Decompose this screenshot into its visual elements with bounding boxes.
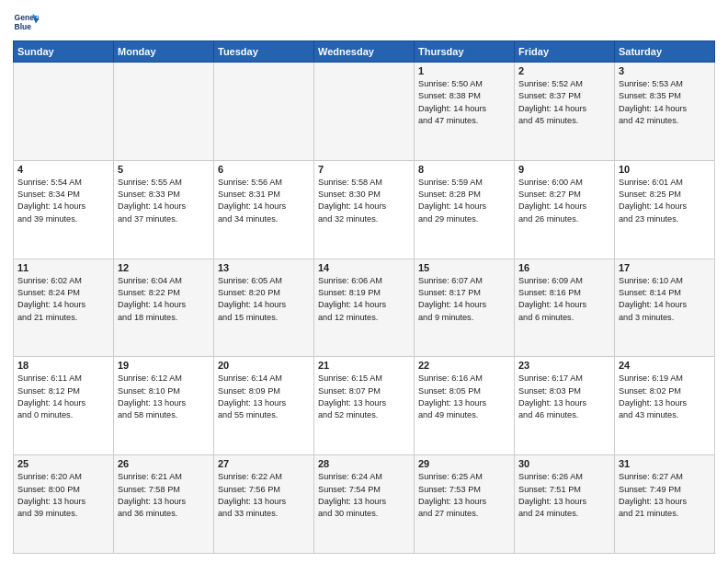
svg-text:Blue: Blue [15, 22, 32, 31]
day-number: 18 [17, 360, 109, 371]
day-number: 7 [318, 164, 410, 175]
day-info: Sunrise: 5:52 AM Sunset: 8:37 PM Dayligh… [518, 78, 610, 127]
day-number: 1 [418, 65, 510, 76]
day-info: Sunrise: 5:54 AM Sunset: 8:34 PM Dayligh… [17, 177, 109, 225]
calendar-cell [314, 63, 415, 161]
header: General Blue [13, 9, 715, 35]
day-number: 13 [218, 262, 310, 273]
day-info: Sunrise: 6:14 AM Sunset: 8:09 PM Dayligh… [218, 373, 310, 421]
day-number: 29 [418, 458, 510, 469]
calendar-cell: 9Sunrise: 6:00 AM Sunset: 8:27 PM Daylig… [515, 160, 615, 259]
day-info: Sunrise: 6:22 AM Sunset: 7:56 PM Dayligh… [218, 471, 310, 520]
day-info: Sunrise: 6:17 AM Sunset: 8:03 PM Dayligh… [518, 373, 610, 421]
day-info: Sunrise: 6:07 AM Sunset: 8:17 PM Dayligh… [418, 275, 510, 324]
day-info: Sunrise: 6:06 AM Sunset: 8:19 PM Dayligh… [318, 275, 410, 324]
day-of-week-tuesday: Tuesday [214, 41, 314, 63]
calendar-cell: 29Sunrise: 6:25 AM Sunset: 7:53 PM Dayli… [415, 455, 515, 554]
day-info: Sunrise: 6:21 AM Sunset: 7:58 PM Dayligh… [118, 471, 210, 520]
day-number: 30 [518, 458, 610, 469]
day-info: Sunrise: 6:25 AM Sunset: 7:53 PM Dayligh… [418, 471, 510, 520]
day-number: 19 [118, 360, 210, 371]
day-info: Sunrise: 5:58 AM Sunset: 8:30 PM Dayligh… [318, 177, 410, 225]
calendar-cell: 20Sunrise: 6:14 AM Sunset: 8:09 PM Dayli… [214, 357, 314, 455]
day-number: 17 [619, 262, 711, 273]
day-of-week-wednesday: Wednesday [314, 41, 415, 63]
calendar-cell: 25Sunrise: 6:20 AM Sunset: 8:00 PM Dayli… [14, 455, 114, 554]
day-info: Sunrise: 6:11 AM Sunset: 8:12 PM Dayligh… [17, 373, 109, 421]
calendar-cell: 3Sunrise: 5:53 AM Sunset: 8:35 PM Daylig… [615, 63, 715, 161]
header-row: SundayMondayTuesdayWednesdayThursdayFrid… [14, 41, 715, 63]
calendar-cell: 13Sunrise: 6:05 AM Sunset: 8:20 PM Dayli… [214, 259, 314, 357]
calendar-cell: 7Sunrise: 5:58 AM Sunset: 8:30 PM Daylig… [314, 160, 415, 259]
calendar-cell: 24Sunrise: 6:19 AM Sunset: 8:02 PM Dayli… [615, 357, 715, 455]
calendar-cell: 27Sunrise: 6:22 AM Sunset: 7:56 PM Dayli… [214, 455, 314, 554]
day-of-week-friday: Friday [515, 41, 615, 63]
calendar-body: 1Sunrise: 5:50 AM Sunset: 8:38 PM Daylig… [14, 63, 715, 554]
calendar-cell: 2Sunrise: 5:52 AM Sunset: 8:37 PM Daylig… [515, 63, 615, 161]
day-info: Sunrise: 5:53 AM Sunset: 8:35 PM Dayligh… [619, 78, 711, 127]
day-info: Sunrise: 6:00 AM Sunset: 8:27 PM Dayligh… [518, 177, 610, 225]
calendar-cell: 28Sunrise: 6:24 AM Sunset: 7:54 PM Dayli… [314, 455, 415, 554]
calendar-cell: 1Sunrise: 5:50 AM Sunset: 8:38 PM Daylig… [415, 63, 515, 161]
calendar-cell: 5Sunrise: 5:55 AM Sunset: 8:33 PM Daylig… [114, 160, 214, 259]
day-number: 26 [118, 458, 210, 469]
day-number: 25 [17, 458, 109, 469]
calendar-cell: 17Sunrise: 6:10 AM Sunset: 8:14 PM Dayli… [615, 259, 715, 357]
day-info: Sunrise: 6:19 AM Sunset: 8:02 PM Dayligh… [619, 373, 711, 421]
day-number: 10 [619, 164, 711, 175]
calendar-cell: 21Sunrise: 6:15 AM Sunset: 8:07 PM Dayli… [314, 357, 415, 455]
day-info: Sunrise: 6:15 AM Sunset: 8:07 PM Dayligh… [318, 373, 410, 421]
calendar-cell: 18Sunrise: 6:11 AM Sunset: 8:12 PM Dayli… [14, 357, 114, 455]
logo: General Blue [13, 9, 42, 35]
calendar-cell: 30Sunrise: 6:26 AM Sunset: 7:51 PM Dayli… [515, 455, 615, 554]
day-number: 4 [17, 164, 109, 175]
day-number: 22 [418, 360, 510, 371]
calendar-week-5: 25Sunrise: 6:20 AM Sunset: 8:00 PM Dayli… [14, 455, 715, 554]
day-of-week-sunday: Sunday [14, 41, 114, 63]
calendar-week-3: 11Sunrise: 6:02 AM Sunset: 8:24 PM Dayli… [14, 259, 715, 357]
day-info: Sunrise: 6:10 AM Sunset: 8:14 PM Dayligh… [619, 275, 711, 324]
day-info: Sunrise: 6:12 AM Sunset: 8:10 PM Dayligh… [118, 373, 210, 421]
day-number: 23 [518, 360, 610, 371]
calendar-cell: 15Sunrise: 6:07 AM Sunset: 8:17 PM Dayli… [415, 259, 515, 357]
day-number: 31 [619, 458, 711, 469]
calendar-cell: 19Sunrise: 6:12 AM Sunset: 8:10 PM Dayli… [114, 357, 214, 455]
day-info: Sunrise: 6:16 AM Sunset: 8:05 PM Dayligh… [418, 373, 510, 421]
day-number: 15 [418, 262, 510, 273]
day-info: Sunrise: 6:02 AM Sunset: 8:24 PM Dayligh… [17, 275, 109, 324]
day-number: 16 [518, 262, 610, 273]
day-number: 27 [218, 458, 310, 469]
day-number: 8 [418, 164, 510, 175]
calendar-week-2: 4Sunrise: 5:54 AM Sunset: 8:34 PM Daylig… [14, 160, 715, 259]
calendar-header: SundayMondayTuesdayWednesdayThursdayFrid… [14, 41, 715, 63]
day-number: 28 [318, 458, 410, 469]
calendar-cell: 8Sunrise: 5:59 AM Sunset: 8:28 PM Daylig… [415, 160, 515, 259]
calendar-cell: 22Sunrise: 6:16 AM Sunset: 8:05 PM Dayli… [415, 357, 515, 455]
day-number: 24 [619, 360, 711, 371]
day-number: 6 [218, 164, 310, 175]
calendar-table: SundayMondayTuesdayWednesdayThursdayFrid… [13, 40, 715, 554]
calendar-cell: 16Sunrise: 6:09 AM Sunset: 8:16 PM Dayli… [515, 259, 615, 357]
day-info: Sunrise: 6:27 AM Sunset: 7:49 PM Dayligh… [619, 471, 711, 520]
calendar-cell: 14Sunrise: 6:06 AM Sunset: 8:19 PM Dayli… [314, 259, 415, 357]
day-info: Sunrise: 5:55 AM Sunset: 8:33 PM Dayligh… [118, 177, 210, 225]
page: General Blue SundayMondayTuesdayWednesda… [0, 0, 728, 563]
calendar-cell: 4Sunrise: 5:54 AM Sunset: 8:34 PM Daylig… [14, 160, 114, 259]
calendar-cell: 26Sunrise: 6:21 AM Sunset: 7:58 PM Dayli… [114, 455, 214, 554]
calendar-cell: 11Sunrise: 6:02 AM Sunset: 8:24 PM Dayli… [14, 259, 114, 357]
calendar-cell: 10Sunrise: 6:01 AM Sunset: 8:25 PM Dayli… [615, 160, 715, 259]
calendar-cell [214, 63, 314, 161]
calendar-cell: 31Sunrise: 6:27 AM Sunset: 7:49 PM Dayli… [615, 455, 715, 554]
calendar-week-1: 1Sunrise: 5:50 AM Sunset: 8:38 PM Daylig… [14, 63, 715, 161]
day-number: 9 [518, 164, 610, 175]
calendar-cell: 12Sunrise: 6:04 AM Sunset: 8:22 PM Dayli… [114, 259, 214, 357]
calendar-week-4: 18Sunrise: 6:11 AM Sunset: 8:12 PM Dayli… [14, 357, 715, 455]
day-number: 5 [118, 164, 210, 175]
day-info: Sunrise: 6:05 AM Sunset: 8:20 PM Dayligh… [218, 275, 310, 324]
day-number: 21 [318, 360, 410, 371]
logo-icon: General Blue [13, 9, 39, 35]
calendar-cell [14, 63, 114, 161]
calendar-cell [114, 63, 214, 161]
day-number: 12 [118, 262, 210, 273]
day-number: 20 [218, 360, 310, 371]
